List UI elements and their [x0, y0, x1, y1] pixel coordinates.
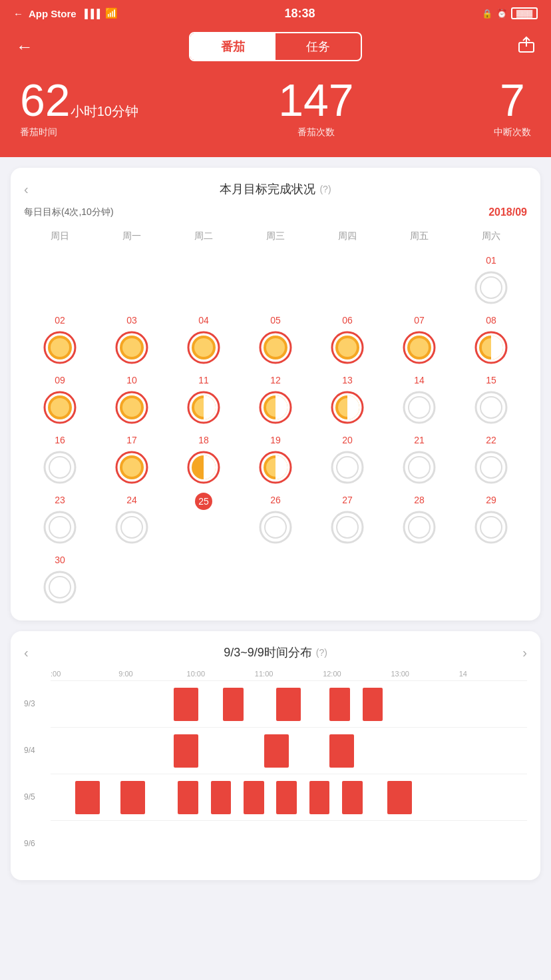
calendar-date: 30: [55, 553, 65, 567]
svg-point-3: [480, 277, 502, 298]
tomato-progress-icon: [43, 450, 77, 485]
calendar-cell: [455, 550, 527, 607]
distribution-card: ‹ 9/3~9/9时间分布 (?) › :009:0010:0011:0012:…: [11, 631, 540, 880]
tomato-progress-icon: [402, 510, 437, 545]
calendar-cell[interactable]: 30: [24, 550, 96, 607]
tomato-progress-icon: [186, 390, 221, 425]
calendar-cell: [96, 550, 168, 607]
calendar-cell[interactable]: 08: [455, 310, 527, 368]
calendar-date: 29: [486, 493, 496, 507]
calendar-date: 14: [414, 373, 425, 387]
alarm-icon: ⏰: [496, 9, 507, 19]
chart-bar: [321, 734, 345, 768]
dist-next-button[interactable]: ›: [522, 645, 527, 660]
tomato-progress-icon: [43, 570, 77, 605]
calendar-cell[interactable]: 06: [311, 310, 383, 368]
calendar-cell[interactable]: 01: [455, 250, 527, 308]
dist-help-icon[interactable]: (?): [316, 647, 327, 658]
tab-tomato[interactable]: 番茄: [190, 33, 276, 60]
calendar-cell[interactable]: 16: [24, 430, 96, 487]
calendar-date: 09: [55, 373, 65, 387]
calendar-cell[interactable]: 20: [311, 430, 383, 487]
calendar-cell[interactable]: 17: [96, 430, 168, 487]
chart-bar: [301, 781, 321, 814]
calendar-cell[interactable]: 23: [24, 490, 96, 547]
tomato-progress-icon: [402, 390, 437, 425]
calendar-cell: [240, 250, 311, 308]
chart-bar: [321, 688, 341, 721]
chart-bar: [206, 781, 226, 814]
calendar-cell[interactable]: 26: [240, 490, 311, 547]
time-axis: :009:0010:0011:0012:0013:0014: [24, 670, 527, 678]
calendar-cell[interactable]: 21: [383, 430, 455, 487]
calendar-cell[interactable]: 19: [240, 430, 311, 487]
svg-point-57: [409, 457, 430, 478]
calendar-cell[interactable]: 29: [455, 490, 527, 547]
tomato-progress-icon: [474, 510, 508, 545]
svg-point-73: [49, 577, 71, 598]
calendar-cell[interactable]: 25: [168, 490, 240, 547]
calendar-date: 23: [55, 493, 65, 507]
calendar-cell: [240, 550, 311, 607]
calendar-prev-button[interactable]: ‹: [24, 182, 29, 197]
signal-icon: ▐▐▐: [82, 9, 100, 19]
calendar-cell[interactable]: 02: [24, 310, 96, 368]
calendar-cell[interactable]: 28: [383, 490, 455, 547]
calendar-cell[interactable]: 03: [96, 310, 168, 368]
calendar-cell[interactable]: 27: [311, 490, 383, 547]
svg-point-6: [51, 338, 69, 357]
tab-task[interactable]: 任务: [276, 33, 361, 60]
calendar-cell: [24, 250, 96, 308]
calendar-cell[interactable]: 10: [96, 370, 168, 427]
calendar-cell[interactable]: 05: [240, 310, 311, 368]
dist-prev-button[interactable]: ‹: [24, 645, 29, 660]
svg-point-21: [410, 338, 429, 357]
calendar-help-icon[interactable]: (?): [319, 184, 331, 194]
calendar-cell[interactable]: 22: [455, 430, 527, 487]
stat-breaks: 7 中断次数: [494, 77, 531, 138]
calendar-cell[interactable]: 24: [96, 490, 168, 547]
calendar-date: 12: [270, 373, 281, 387]
calendar-date: 13: [342, 373, 353, 387]
svg-point-27: [51, 398, 69, 417]
tomato-progress-icon: [186, 330, 221, 365]
calendar-date: 16: [55, 433, 65, 447]
calendar-date: 24: [126, 493, 137, 507]
lock-icon: 🔒: [482, 9, 492, 19]
calendar-cell[interactable]: 13: [311, 370, 383, 427]
svg-point-61: [49, 517, 71, 538]
chart-container: :009:0010:0011:0012:0013:00149/39/49/59/…: [24, 670, 527, 867]
calendar-cell[interactable]: 04: [168, 310, 240, 368]
share-button[interactable]: [508, 36, 535, 57]
stat-count-value: 147: [278, 77, 353, 122]
tab-switcher: 番茄 任务: [189, 32, 362, 61]
tomato-progress-icon: [43, 330, 77, 365]
chart-bar: [170, 734, 194, 768]
stat-time-value: 62: [20, 75, 71, 125]
status-bar: ← App Store ▐▐▐ 📶 18:38 🔒 ⏰ ▓▓▓: [0, 0, 551, 27]
chart-bar: [237, 781, 257, 814]
calendar-cell[interactable]: 14: [383, 370, 455, 427]
svg-point-67: [337, 517, 358, 538]
time-label: 12:00: [323, 670, 391, 678]
calendar-date: 08: [486, 313, 496, 328]
calendar-meta: 每日目标(4次,10分钟) 2018/09: [24, 206, 527, 218]
calendar-cell[interactable]: 09: [24, 370, 96, 427]
svg-point-18: [338, 338, 357, 357]
chart-y-label: 9/3: [24, 680, 51, 727]
calendar-cell[interactable]: 18: [168, 430, 240, 487]
calendar-cell: [311, 550, 383, 607]
calendar-cell: [311, 250, 383, 308]
calendar-cell[interactable]: 15: [455, 370, 527, 427]
calendar-cell[interactable]: 07: [383, 310, 455, 368]
calendar-date: 22: [486, 433, 496, 447]
stat-time-unit: 小时10分钟: [71, 104, 138, 119]
calendar-cell[interactable]: 11: [168, 370, 240, 427]
status-right: 🔒 ⏰ ▓▓▓: [482, 7, 538, 19]
tomato-progress-icon: [330, 390, 365, 425]
dow-cell: 周六: [455, 228, 527, 245]
calendar-cell[interactable]: 12: [240, 370, 311, 427]
svg-point-9: [122, 338, 141, 357]
back-button[interactable]: ←: [16, 37, 43, 57]
tomato-progress-icon: [474, 270, 508, 305]
